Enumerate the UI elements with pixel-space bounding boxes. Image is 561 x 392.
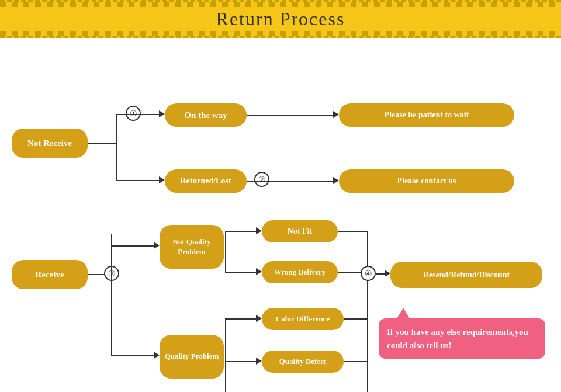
circle-2: ② [254, 172, 269, 187]
quality-defect-box: Quality Defect [262, 351, 344, 373]
arrow-to-qp [154, 352, 160, 359]
main-content: Not Receive ① On the way Please be patie… [0, 38, 561, 391]
arrow-to-ontheway [159, 110, 165, 117]
speech-bubble: If you have any else requirements,you co… [379, 318, 545, 359]
quality-problem-box: Quality Problem [160, 335, 224, 379]
header: Return Process [0, 0, 561, 38]
line-qualdef-right [344, 361, 368, 362]
arrow-qp-colordi [256, 315, 262, 322]
arrow-nqp-notfit [256, 227, 262, 234]
not-receive-box: Not Receive [12, 129, 88, 158]
arrow-to-returned [159, 176, 165, 183]
resend-refund-box: Resend/Refund/Discount [390, 262, 542, 288]
line-v-receive [111, 234, 112, 356]
line-v-qp-right [367, 272, 368, 392]
line-nr-split [88, 143, 117, 144]
line-qp-qualdef [225, 361, 260, 362]
line-v-bracket-top [116, 114, 117, 181]
not-quality-problem-box: Not Quality Problem [160, 225, 224, 269]
receive-box: Receive [12, 260, 88, 289]
wrong-delivery-box: Wrong Delivery [262, 261, 338, 283]
line-to-nqp [111, 245, 158, 247]
not-fit-box: Not Fit [262, 220, 338, 242]
arrow-c4-resend [385, 270, 390, 277]
line-v-nqp [225, 231, 226, 272]
arrow-qp-qualdef [256, 358, 262, 365]
line-to-returned [116, 180, 163, 181]
line-nqp-notfit [225, 231, 260, 232]
color-difference-box: Color Difference [262, 308, 344, 330]
line-nqp-wrongdel [225, 272, 260, 273]
line-to-qp [111, 355, 158, 356]
line-v-qp [225, 318, 226, 392]
line-notfit-right [338, 231, 368, 232]
please-contact-box: Please contact us [339, 169, 514, 193]
page-title: Return Process [216, 8, 345, 29]
arrow-rl-contact [333, 177, 339, 184]
circle-1: ① [126, 106, 141, 121]
line-rl-contact [247, 181, 337, 182]
line-colordi-right [344, 318, 368, 320]
arrow-nqp-wrongdel [256, 268, 262, 275]
on-the-way-box: On the way [165, 103, 247, 127]
arrow-otw-wait [333, 111, 339, 118]
line-otw-wait [247, 115, 337, 116]
line-qp-colordi [225, 318, 260, 320]
circle-4: ④ [361, 266, 376, 281]
line-to-ontheway [116, 114, 163, 115]
please-wait-box: Please be patient to wait [339, 103, 514, 127]
returned-lost-box: Returned/Lost [165, 169, 247, 193]
arrow-to-nqp [154, 242, 160, 249]
